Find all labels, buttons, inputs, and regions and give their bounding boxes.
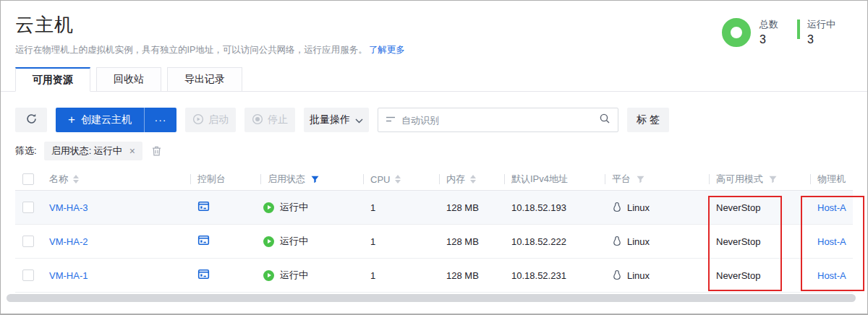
platform-cell: Linux (605, 191, 709, 224)
header-ha-mode-label: 高可用模式 (716, 173, 763, 186)
stop-button[interactable]: 停止 (244, 108, 295, 132)
sort-icon[interactable] (395, 175, 401, 184)
console-terminal-icon[interactable] (197, 234, 210, 249)
physical-host-cell: Host-A (810, 225, 853, 258)
header-cpu[interactable]: CPU (363, 168, 439, 190)
ha-mode-cell: NeverStop (709, 259, 810, 292)
status-running-icon (263, 270, 274, 281)
filter-funnel-icon-active[interactable] (311, 176, 319, 184)
filter-chip-status-running[interactable]: 启用状态: 运行中 × (44, 142, 142, 160)
filter-lines-icon (386, 113, 396, 126)
vm-name-cell: VM-HA-1 (44, 259, 190, 292)
filter-label: 筛选: (15, 144, 37, 158)
create-vm-button[interactable]: + 创建云主机 (56, 108, 144, 132)
batch-actions-label: 批量操作 (310, 113, 350, 126)
table-row: VM-HA-2 运行中 1 128 MB 10.18.52.222 Linux … (15, 225, 853, 259)
select-all-checkbox[interactable] (22, 173, 34, 185)
header-status-label: 启用状态 (268, 173, 305, 186)
cpu-cell: 1 (363, 225, 439, 258)
subtitle-text: 运行在物理机上的虚拟机实例，具有独立的IP地址，可以访问公共网络，运行应用服务。 (15, 45, 367, 55)
stats-summary: 总数 3 运行中 3 (722, 18, 854, 47)
physical-host-link[interactable]: Host-A (817, 202, 846, 213)
vm-name-link[interactable]: VM-HA-1 (49, 270, 88, 281)
status-label: 运行中 (280, 269, 308, 282)
search-icon[interactable] (599, 113, 610, 127)
linux-penguin-icon (612, 202, 622, 213)
chip-close-icon[interactable]: × (129, 146, 135, 156)
platform-label: Linux (627, 202, 650, 213)
console-cell (190, 259, 260, 292)
ipv4-cell: 10.18.52.222 (504, 225, 605, 258)
header-platform-label: 平台 (612, 173, 631, 186)
total-donut-chart (722, 18, 751, 47)
sort-icon[interactable] (470, 175, 476, 184)
stop-label: 停止 (268, 113, 288, 126)
tab-export-records[interactable]: 导出记录 (167, 67, 242, 92)
vm-name-link[interactable]: VM-HA-2 (49, 236, 88, 247)
physical-host-cell: Host-A (810, 259, 853, 292)
select-all-cell (15, 168, 44, 190)
header-status[interactable]: 启用状态 (260, 168, 363, 190)
header-console-label: 控制台 (197, 173, 226, 186)
platform-label: Linux (627, 270, 650, 281)
clear-filters-trash-icon[interactable] (151, 145, 162, 157)
search-input[interactable] (401, 115, 599, 126)
status-running-icon (263, 236, 274, 247)
start-button[interactable]: 启动 (185, 108, 236, 132)
more-actions-button[interactable]: ··· (144, 108, 176, 132)
cpu-cell: 1 (363, 259, 439, 292)
search-box (378, 108, 618, 132)
header-platform[interactable]: 平台 (605, 168, 709, 190)
row-select-cell (15, 225, 44, 258)
tab-available-resources[interactable]: 可用资源 (15, 67, 90, 92)
memory-cell: 128 MB (439, 259, 504, 292)
refresh-button[interactable] (15, 108, 47, 132)
physical-host-cell: Host-A (810, 191, 853, 224)
start-label: 启动 (208, 113, 229, 126)
linux-penguin-icon (612, 236, 622, 247)
ha-mode-cell: NeverStop (709, 225, 810, 258)
physical-host-link[interactable]: Host-A (817, 236, 846, 247)
refresh-icon (25, 113, 38, 127)
stat-running-label: 运行中 (807, 18, 835, 31)
plus-icon: + (68, 113, 75, 127)
console-terminal-icon[interactable] (197, 268, 210, 282)
header-name[interactable]: 名称 (44, 168, 190, 190)
console-cell (190, 191, 260, 224)
header-memory[interactable]: 内存 (439, 168, 504, 190)
filter-funnel-icon[interactable] (769, 176, 777, 184)
horizontal-scrollbar[interactable] (7, 294, 856, 302)
tag-button[interactable]: 标 签 (627, 108, 669, 132)
header-physical-host-label: 物理机 (817, 173, 846, 186)
physical-host-link[interactable]: Host-A (817, 270, 846, 281)
stat-running-value: 3 (807, 33, 835, 46)
header-physical-host: 物理机 (810, 168, 853, 190)
platform-cell: Linux (605, 225, 709, 258)
platform-cell: Linux (605, 259, 709, 292)
stat-running: 运行中 3 (807, 18, 835, 46)
chevron-down-icon (350, 114, 363, 126)
stat-total-label: 总数 (760, 18, 778, 31)
row-checkbox[interactable] (22, 269, 34, 281)
vm-name-link[interactable]: VM-HA-3 (49, 202, 88, 213)
header-ha-mode[interactable]: 高可用模式 (709, 168, 810, 190)
status-cell: 运行中 (260, 259, 363, 292)
header-console: 控制台 (190, 168, 260, 190)
status-label: 运行中 (280, 201, 308, 214)
vm-name-cell: VM-HA-2 (44, 225, 190, 258)
stop-icon (252, 113, 268, 127)
sort-icon[interactable] (73, 175, 79, 184)
filter-funnel-icon[interactable] (637, 176, 644, 184)
row-checkbox[interactable] (22, 202, 34, 213)
console-terminal-icon[interactable] (197, 200, 210, 215)
tab-recycle-bin[interactable]: 回收站 (96, 67, 161, 92)
row-checkbox[interactable] (22, 236, 34, 247)
learn-more-link[interactable]: 了解更多 (369, 45, 405, 55)
vm-name-cell: VM-HA-3 (44, 191, 190, 224)
header-ipv4: 默认IPv4地址 (504, 168, 605, 190)
filter-row: 筛选: 启用状态: 运行中 × (15, 142, 853, 160)
batch-actions-button[interactable]: 批量操作 (304, 108, 369, 132)
linux-penguin-icon (612, 269, 622, 281)
cpu-cell: 1 (363, 191, 439, 224)
header-name-label: 名称 (49, 173, 68, 186)
